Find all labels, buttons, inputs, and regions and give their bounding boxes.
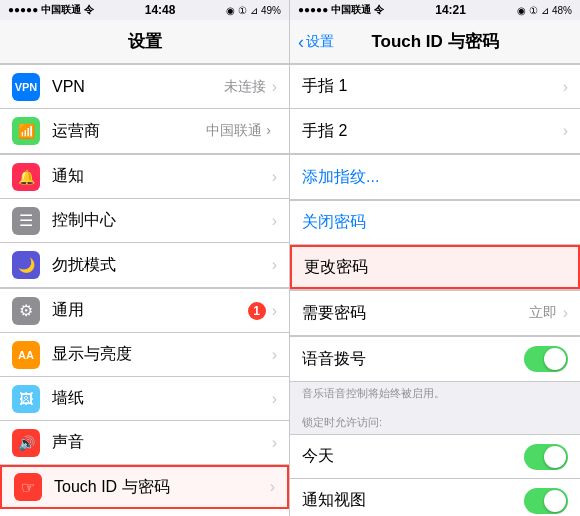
right-time: 14:21 (435, 3, 466, 17)
control-label: 控制中心 (52, 210, 272, 231)
touchid-chevron-icon: › (270, 478, 275, 496)
left-status-bar: ●●●●● 中国联通 令 14:48 ◉ ① ⊿ 49% (0, 0, 289, 20)
today-label: 今天 (302, 446, 524, 467)
wallpaper-icon: 🖼 (12, 385, 40, 413)
finger1-chevron-icon: › (563, 78, 568, 96)
group-notify: 🔔 通知 › ☰ 控制中心 › 🌙 勿扰模式 › (0, 154, 289, 288)
group-password: 关闭密码 更改密码 (290, 200, 580, 290)
lock-header: 锁定时允许访问: (290, 407, 580, 434)
group-vpn-carrier: VPN VPN 未连接 › 📶 运营商 中国联通 › (0, 64, 289, 154)
settings-item-general[interactable]: ⚙ 通用 1 › (0, 289, 289, 333)
add-finger-label: 添加指纹... (302, 167, 568, 188)
left-nav-bar: 设置 (0, 20, 289, 64)
require-pwd-label: 需要密码 (302, 303, 529, 324)
settings-item-touchid[interactable]: ☞ Touch ID 与密码 › (0, 465, 289, 509)
dnd-label: 勿扰模式 (52, 255, 272, 276)
left-scroll-area: VPN VPN 未连接 › 📶 运营商 中国联通 › 🔔 通知 › ☰ 控制 (0, 64, 289, 516)
group-require-pwd: 需要密码 立即 › (290, 290, 580, 336)
right-scroll-area: 手指 1 › 手指 2 › 添加指纹... 关闭密码 更改密码 (290, 64, 580, 516)
settings-item-notify-view[interactable]: 通知视图 (290, 479, 580, 516)
settings-item-privacy[interactable]: 🔒 隐私 › (0, 509, 289, 516)
sound-icon: 🔊 (12, 429, 40, 457)
settings-item-wallpaper[interactable]: 🖼 墙纸 › (0, 377, 289, 421)
settings-item-sound[interactable]: 🔊 声音 › (0, 421, 289, 465)
back-label: 设置 (306, 33, 334, 51)
left-carrier: ●●●●● 中国联通 令 (8, 3, 94, 17)
right-nav-bar: ‹ 设置 Touch ID 与密码 (290, 20, 580, 64)
voice-note: 音乐语音控制将始终被启用。 (290, 382, 580, 407)
carrier-icon: 📶 (12, 117, 40, 145)
settings-item-voice-dial[interactable]: 语音拨号 (290, 337, 580, 381)
right-signal-icon: ◉ ① ⊿ (517, 5, 549, 16)
vpn-chevron-icon: › (272, 78, 277, 96)
sound-label: 声音 (52, 432, 272, 453)
left-battery: 49% (261, 5, 281, 16)
require-pwd-value: 立即 (529, 304, 557, 322)
require-pwd-chevron-icon: › (563, 304, 568, 322)
left-panel: ●●●●● 中国联通 令 14:48 ◉ ① ⊿ 49% 设置 VPN VPN … (0, 0, 290, 516)
notify-icon: 🔔 (12, 163, 40, 191)
settings-item-require-pwd[interactable]: 需要密码 立即 › (290, 291, 580, 335)
finger1-label: 手指 1 (302, 76, 563, 97)
vpn-value: 未连接 (224, 78, 266, 96)
voice-dial-label: 语音拨号 (302, 349, 524, 370)
settings-item-change-pwd[interactable]: 更改密码 (290, 245, 580, 289)
notify-view-toggle[interactable] (524, 488, 568, 514)
finger2-label: 手指 2 (302, 121, 563, 142)
carrier-value: 中国联通 › (206, 122, 271, 140)
display-icon: AA (12, 341, 40, 369)
settings-item-add-finger[interactable]: 添加指纹... (290, 155, 580, 199)
change-pwd-label: 更改密码 (304, 257, 566, 278)
settings-item-notify[interactable]: 🔔 通知 › (0, 155, 289, 199)
group-lock-items: 今天 通知视图 Siri 以信息回复 Wallet › (290, 434, 580, 516)
today-toggle[interactable] (524, 444, 568, 470)
right-right-icons: ◉ ① ⊿ 48% (517, 5, 572, 16)
notify-view-label: 通知视图 (302, 490, 524, 511)
vpn-icon: VPN (12, 73, 40, 101)
carrier-label: 运营商 (52, 121, 206, 142)
group-general: ⚙ 通用 1 › AA 显示与亮度 › 🖼 墙纸 › 🔊 声音 › ☞ (0, 288, 289, 516)
left-signal-icon: ◉ ① ⊿ (226, 5, 258, 16)
settings-item-finger2[interactable]: 手指 2 › (290, 109, 580, 153)
wallpaper-chevron-icon: › (272, 390, 277, 408)
group-add-finger: 添加指纹... (290, 154, 580, 200)
touchid-label: Touch ID 与密码 (54, 477, 270, 498)
dnd-icon: 🌙 (12, 251, 40, 279)
general-badge: 1 (248, 302, 266, 320)
settings-item-today[interactable]: 今天 (290, 435, 580, 479)
vpn-label: VPN (52, 78, 224, 96)
voice-dial-toggle[interactable] (524, 346, 568, 372)
close-pwd-label: 关闭密码 (302, 212, 568, 233)
sound-chevron-icon: › (272, 434, 277, 452)
general-chevron-icon: › (272, 302, 277, 320)
group-fingers: 手指 1 › 手指 2 › (290, 64, 580, 154)
settings-item-finger1[interactable]: 手指 1 › (290, 65, 580, 109)
settings-item-close-pwd[interactable]: 关闭密码 (290, 201, 580, 245)
settings-item-control[interactable]: ☰ 控制中心 › (0, 199, 289, 243)
control-chevron-icon: › (272, 212, 277, 230)
wallpaper-label: 墙纸 (52, 388, 272, 409)
right-status-bar: ●●●●● 中国联通 令 14:21 ◉ ① ⊿ 48% (290, 0, 580, 20)
settings-item-dnd[interactable]: 🌙 勿扰模式 › (0, 243, 289, 287)
touchid-icon: ☞ (14, 473, 42, 501)
settings-item-vpn[interactable]: VPN VPN 未连接 › (0, 65, 289, 109)
notify-label: 通知 (52, 166, 272, 187)
general-label: 通用 (52, 300, 248, 321)
back-chevron-icon: ‹ (298, 33, 304, 51)
dnd-chevron-icon: › (272, 256, 277, 274)
right-carrier: ●●●●● 中国联通 令 (298, 3, 384, 17)
right-nav-title: Touch ID 与密码 (371, 30, 498, 53)
finger2-chevron-icon: › (563, 122, 568, 140)
settings-item-display[interactable]: AA 显示与亮度 › (0, 333, 289, 377)
left-right-icons: ◉ ① ⊿ 49% (226, 5, 281, 16)
group-voice: 语音拨号 (290, 336, 580, 382)
control-icon: ☰ (12, 207, 40, 235)
right-battery: 48% (552, 5, 572, 16)
general-icon: ⚙ (12, 297, 40, 325)
back-button[interactable]: ‹ 设置 (298, 33, 334, 51)
display-chevron-icon: › (272, 346, 277, 364)
right-panel: ●●●●● 中国联通 令 14:21 ◉ ① ⊿ 48% ‹ 设置 Touch … (290, 0, 580, 516)
display-label: 显示与亮度 (52, 344, 272, 365)
settings-item-carrier[interactable]: 📶 运营商 中国联通 › (0, 109, 289, 153)
left-nav-title: 设置 (128, 30, 162, 53)
